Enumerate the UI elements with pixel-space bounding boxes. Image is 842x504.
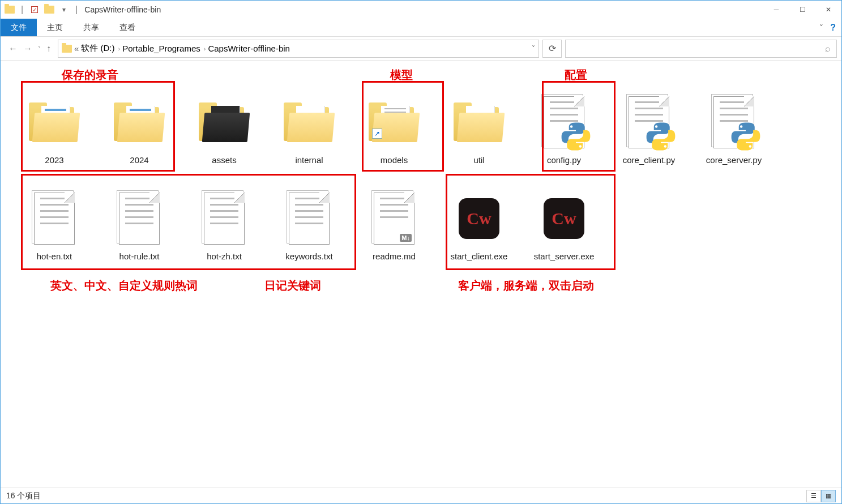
- address-chevrons: «: [74, 44, 79, 53]
- label-core-server: core_server.py: [706, 155, 762, 165]
- file-hot-en[interactable]: hot-en.txt: [12, 174, 97, 270]
- annotation-models: 模型: [390, 67, 413, 83]
- folder-2023[interactable]: 2023: [12, 78, 97, 174]
- crumb-drive[interactable]: 软件 (D:)›: [81, 43, 120, 54]
- file-core-server[interactable]: core_server.py: [691, 78, 776, 174]
- navbar: ← → ˅ ↑ « 软件 (D:)› Portable_Programes› C…: [1, 37, 841, 61]
- qat-divider: |: [21, 5, 23, 15]
- annotation-recordings: 保存的录音: [62, 67, 118, 83]
- python-icon: [730, 121, 762, 152]
- file-config[interactable]: config.py: [522, 78, 606, 174]
- maximize-button[interactable]: ☐: [789, 1, 815, 19]
- python-icon: [560, 121, 592, 152]
- svg-point-2: [655, 125, 657, 127]
- annotation-keywords: 日记关键词: [264, 278, 321, 293]
- label-start-client: start_client.exe: [451, 251, 508, 261]
- svg-point-1: [579, 145, 582, 147]
- icons-view-button[interactable]: ▦: [821, 490, 836, 502]
- python-icon: [645, 121, 677, 152]
- folder-models[interactable]: ↗ models: [352, 78, 437, 174]
- crumb-capswriter[interactable]: CapsWriter-offline-bin: [208, 44, 290, 53]
- svg-point-5: [749, 145, 751, 147]
- help-icon[interactable]: ?: [830, 23, 836, 33]
- cw-app-icon: Cw: [459, 198, 499, 239]
- ribbon-tabs: 文件 主页 共享 查看 ˅ ?: [1, 19, 841, 37]
- file-keywords[interactable]: keywords.txt: [267, 174, 352, 270]
- search-box[interactable]: ⌕: [565, 40, 837, 58]
- search-icon: ⌕: [825, 44, 831, 54]
- svg-point-0: [570, 125, 572, 127]
- file-hot-rule[interactable]: hot-rule.txt: [97, 174, 182, 270]
- file-start-server[interactable]: Cw start_server.exe: [522, 174, 606, 270]
- label-hot-rule: hot-rule.txt: [119, 251, 160, 261]
- folder-assets[interactable]: assets: [182, 78, 267, 174]
- refresh-button[interactable]: ⟳: [542, 40, 562, 58]
- cw-app-icon: Cw: [544, 198, 584, 239]
- qat-divider-2: |: [75, 5, 78, 15]
- crumb-portable[interactable]: Portable_Programes›: [122, 44, 206, 53]
- label-assets: assets: [212, 155, 236, 165]
- folder-internal[interactable]: internal: [267, 78, 352, 174]
- window-title: CapsWriter-offline-bin: [84, 5, 161, 14]
- label-core-client: core_client.py: [623, 155, 676, 165]
- label-2023: 2023: [45, 155, 63, 165]
- svg-point-4: [740, 125, 742, 127]
- folder-util[interactable]: util: [437, 78, 522, 174]
- address-bar[interactable]: « 软件 (D:)› Portable_Programes› CapsWrite…: [58, 40, 539, 58]
- label-config: config.py: [547, 155, 581, 165]
- status-bar: 16 个项目 ☰ ▦: [1, 488, 841, 503]
- minimize-button[interactable]: ─: [763, 1, 789, 19]
- address-dropdown-icon[interactable]: ˅: [532, 45, 535, 53]
- file-hot-zh[interactable]: hot-zh.txt: [182, 174, 267, 270]
- address-folder-icon: [62, 45, 72, 53]
- back-button[interactable]: ←: [8, 44, 18, 54]
- annotation-launchers: 客户端，服务端，双击启动: [458, 278, 594, 293]
- label-internal: internal: [295, 155, 323, 165]
- file-start-client[interactable]: Cw start_client.exe: [437, 174, 522, 270]
- up-button[interactable]: ↑: [46, 44, 51, 54]
- file-view[interactable]: 保存的录音 模型 配置 英文、中文、自定义规则热词 日记关键词 客户端，服务端，…: [1, 61, 841, 488]
- annotation-hotwords: 英文、中文、自定义规则热词: [50, 278, 198, 293]
- label-start-server: start_server.exe: [534, 251, 595, 261]
- label-models: models: [381, 155, 408, 165]
- folder-2024[interactable]: 2024: [97, 78, 182, 174]
- label-hot-zh: hot-zh.txt: [207, 251, 242, 261]
- tab-home[interactable]: 主页: [37, 19, 73, 36]
- tab-view[interactable]: 查看: [109, 19, 146, 36]
- details-view-button[interactable]: ☰: [806, 490, 821, 502]
- new-folder-qat-icon[interactable]: [42, 3, 56, 16]
- label-2024: 2024: [130, 155, 148, 165]
- label-util: util: [473, 155, 484, 165]
- ribbon-expand-icon[interactable]: ˅: [819, 23, 823, 32]
- qat-dropdown-icon[interactable]: ▾: [57, 3, 71, 16]
- item-count: 16 个项目: [6, 491, 41, 501]
- titlebar: | ✓ ▾ | CapsWriter-offline-bin ─ ☐ ✕: [1, 1, 841, 19]
- properties-qat-icon[interactable]: ✓: [28, 3, 41, 16]
- label-keywords: keywords.txt: [285, 251, 332, 261]
- tab-share[interactable]: 共享: [73, 19, 109, 36]
- svg-point-3: [664, 145, 666, 147]
- annotation-config: 配置: [565, 67, 587, 83]
- forward-button[interactable]: →: [23, 44, 32, 54]
- label-readme: readme.md: [373, 251, 416, 261]
- file-core-client[interactable]: core_client.py: [606, 78, 691, 174]
- label-hot-en: hot-en.txt: [37, 251, 72, 261]
- close-button[interactable]: ✕: [815, 1, 841, 19]
- folder-qat-icon[interactable]: [3, 3, 16, 16]
- file-readme[interactable]: readme.md: [352, 174, 437, 270]
- shortcut-arrow-icon: ↗: [372, 129, 382, 139]
- history-dropdown-icon[interactable]: ˅: [38, 45, 41, 52]
- tab-file[interactable]: 文件: [1, 19, 37, 36]
